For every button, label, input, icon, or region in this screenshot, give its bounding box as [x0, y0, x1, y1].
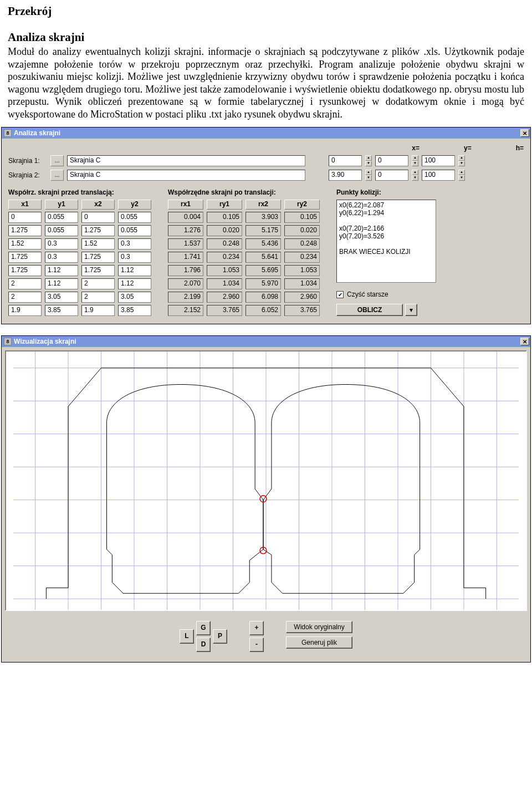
table-cell[interactable]: 0.055: [45, 212, 78, 223]
table-cell: 2.152: [168, 305, 203, 316]
table-cell: 6.098: [245, 292, 281, 303]
x1-input[interactable]: 0: [329, 155, 362, 166]
table-cell: 5.641: [245, 252, 281, 263]
zoom-in-button[interactable]: +: [249, 621, 264, 635]
table-cell: 1.537: [168, 238, 203, 249]
skrajnia1-field[interactable]: Skrajnia C: [67, 155, 305, 166]
x2-spinner[interactable]: ▲▼: [365, 170, 372, 181]
table-cell[interactable]: 1.9: [81, 305, 115, 316]
visualization-canvas[interactable]: [5, 350, 527, 611]
y1-spinner[interactable]: ▲▼: [412, 155, 418, 166]
table-cell[interactable]: 0.055: [118, 225, 151, 236]
hdr-rx2: rx2: [245, 200, 281, 210]
table-cell[interactable]: 0.3: [45, 252, 78, 263]
table-cell: 0.105: [207, 212, 242, 223]
table-cell[interactable]: 1.275: [81, 225, 115, 236]
table-cell: 5.175: [245, 225, 281, 236]
table-cell[interactable]: 3.85: [45, 305, 78, 316]
dialog-analiza-skrajni: 8 Analiza skrajni ✕ x= y= h= Skrajnia 1:…: [1, 127, 531, 324]
table-cell: 0.248: [207, 238, 242, 249]
hdr-ry2: ry2: [284, 200, 320, 210]
doc-subheading: Analiza skrajni: [8, 30, 524, 44]
table-cell[interactable]: 1.12: [45, 265, 78, 276]
close-icon[interactable]: ✕: [520, 338, 529, 345]
table-cell[interactable]: 3.05: [45, 292, 78, 303]
h1-spinner[interactable]: ▲▼: [458, 155, 465, 166]
oblicz-dropdown-button[interactable]: ▾: [405, 304, 417, 316]
section-collisions-label: Punkty kolizji:: [336, 188, 524, 196]
table-cell: 2.960: [207, 292, 242, 303]
table-cell[interactable]: 2: [8, 278, 42, 289]
doc-paragraph: Moduł do analizy ewentualnych kolizji sk…: [8, 45, 524, 120]
h1-input[interactable]: 100: [422, 155, 455, 166]
table-cell: 1.053: [284, 265, 320, 276]
table-cell[interactable]: 3.85: [118, 305, 151, 316]
app-icon: 8: [4, 338, 12, 345]
table-cell: 1.053: [207, 265, 242, 276]
titlebar[interactable]: 8 Wizualizacja skrajni ✕: [2, 336, 530, 347]
original-view-button[interactable]: Widok oryginalny: [286, 621, 352, 633]
dialog-wizualizacja-skrajni: 8 Wizualizacja skrajni ✕: [1, 335, 531, 662]
pan-left-button[interactable]: L: [180, 629, 194, 644]
pan-up-button[interactable]: G: [196, 621, 211, 635]
table-cell: 5.436: [245, 238, 281, 249]
table-cell[interactable]: 0.3: [118, 252, 151, 263]
table-cell[interactable]: 1.9: [8, 305, 42, 316]
table-cell[interactable]: 0.3: [118, 238, 151, 249]
zoom-out-button[interactable]: -: [249, 638, 264, 652]
label-y: y=: [464, 144, 472, 152]
table-cell[interactable]: 2: [81, 292, 115, 303]
czysc-checkbox[interactable]: ✔: [336, 291, 344, 298]
table-cell: 0.004: [168, 212, 203, 223]
table-cell: 3.765: [284, 305, 320, 316]
table-cell[interactable]: 0: [8, 212, 42, 223]
browse-skrajnia2-button[interactable]: ...: [50, 170, 64, 181]
table-cell[interactable]: 1.725: [81, 265, 115, 276]
table-cell[interactable]: 0.055: [45, 225, 78, 236]
table-cell: 0.020: [284, 225, 320, 236]
table-cell[interactable]: 2: [81, 278, 115, 289]
table-cell[interactable]: 1.52: [81, 238, 115, 249]
collision-list[interactable]: x0(6,22)=2.087 y0(6,22)=1.294 x0(7,20)=2…: [336, 200, 436, 283]
table-cell[interactable]: 0.3: [45, 238, 78, 249]
titlebar[interactable]: 8 Analiza skrajni ✕: [2, 128, 530, 139]
table-cell[interactable]: 1.725: [81, 252, 115, 263]
label-skrajnia1: Skrajnia 1:: [8, 157, 47, 165]
x2-input[interactable]: 3.90: [329, 170, 362, 181]
h2-spinner[interactable]: ▲▼: [458, 170, 465, 181]
table-cell: 0.234: [284, 252, 320, 263]
table-cell[interactable]: 3.05: [118, 292, 151, 303]
table-cell[interactable]: 1.725: [8, 265, 42, 276]
table-cell[interactable]: 2: [8, 292, 42, 303]
table-cell[interactable]: 1.275: [8, 225, 42, 236]
table-cell[interactable]: 0: [81, 212, 115, 223]
table-cell: 1.034: [207, 278, 242, 289]
close-icon[interactable]: ✕: [520, 129, 529, 137]
table-cell: 0.020: [207, 225, 242, 236]
table-cell[interactable]: 0.055: [118, 212, 151, 223]
y2-input[interactable]: 0: [375, 170, 408, 181]
table-cell: 0.105: [284, 212, 320, 223]
dialog-title: Analiza skrajni: [14, 129, 60, 137]
table-cell: 5.970: [245, 278, 281, 289]
y2-spinner[interactable]: ▲▼: [412, 170, 418, 181]
generate-file-button[interactable]: Generuj plik: [286, 636, 352, 649]
x1-spinner[interactable]: ▲▼: [365, 155, 372, 166]
pan-right-button[interactable]: P: [213, 629, 227, 644]
czysc-label: Czyść starsze: [347, 291, 388, 298]
table-cell[interactable]: 1.12: [118, 278, 151, 289]
pan-down-button[interactable]: D: [196, 638, 211, 652]
table-cell: 2.070: [168, 278, 203, 289]
oblicz-button[interactable]: OBLICZ: [336, 304, 403, 316]
table-cell[interactable]: 1.725: [8, 252, 42, 263]
table-cell[interactable]: 1.52: [8, 238, 42, 249]
table-cell[interactable]: 1.12: [118, 265, 151, 276]
table-cell[interactable]: 1.12: [45, 278, 78, 289]
table-cell: 1.796: [168, 265, 203, 276]
hdr-y1: y1: [45, 200, 78, 210]
hdr-y2: y2: [118, 200, 151, 210]
skrajnia2-field[interactable]: Skrajnia C: [67, 170, 305, 181]
h2-input[interactable]: 100: [422, 170, 455, 181]
y1-input[interactable]: 0: [375, 155, 408, 166]
browse-skrajnia1-button[interactable]: ...: [50, 155, 64, 166]
